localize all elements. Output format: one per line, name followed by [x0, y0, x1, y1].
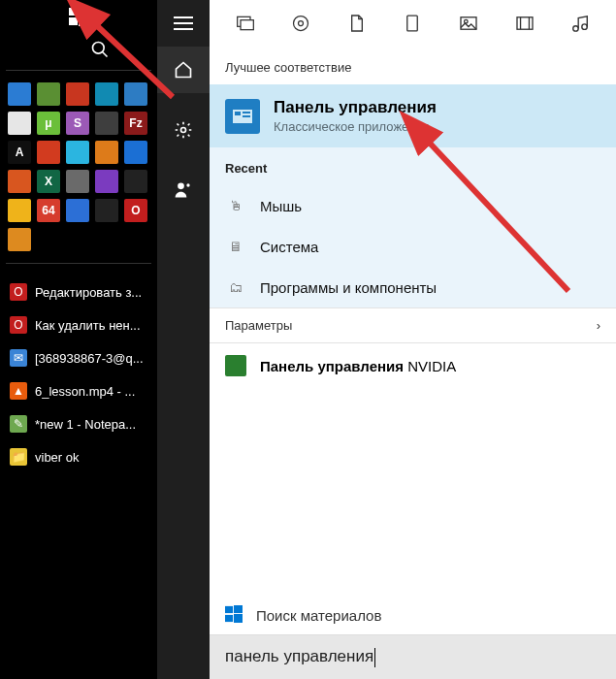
taskbar-tile[interactable]: S — [66, 112, 89, 135]
recent-item-label: Мышь — [260, 198, 302, 214]
taskbar-window-item[interactable]: OРедактировать з... — [6, 277, 151, 307]
svg-point-22 — [573, 26, 578, 31]
recent-item-icon: 🗂 — [225, 276, 246, 298]
taskbar-tile[interactable] — [8, 82, 31, 106]
nvidia-result[interactable]: Панель управления NVIDIA — [210, 343, 616, 388]
taskbar-tile[interactable] — [124, 170, 147, 193]
taskbar-window-item[interactable]: 📁viber ok — [6, 442, 151, 471]
recent-item-icon: 🖥 — [225, 236, 246, 257]
settings-nav-button[interactable] — [157, 107, 210, 153]
filter-videos-icon[interactable] — [511, 10, 538, 37]
taskbar-tile[interactable]: μ — [37, 112, 60, 135]
control-panel-icon — [225, 99, 260, 134]
svg-rect-28 — [243, 115, 250, 117]
filter-settings-icon[interactable] — [287, 10, 314, 37]
recent-item-label: Система — [260, 239, 318, 255]
filter-folders-icon[interactable] — [399, 10, 426, 37]
filter-photos-icon[interactable] — [455, 10, 482, 37]
svg-point-23 — [582, 24, 587, 29]
taskbar-tile[interactable] — [8, 199, 31, 222]
taskbar-tile[interactable]: Fz — [124, 112, 147, 135]
best-match-header: Лучшее соответствие — [210, 47, 616, 84]
filter-bar — [210, 0, 616, 47]
taskbar-tile[interactable] — [8, 228, 31, 251]
taskbar-window-label: 6_lesson.mp4 - ... — [35, 384, 135, 399]
taskbar-tile[interactable] — [95, 112, 118, 135]
svg-point-14 — [299, 21, 304, 26]
taskbar-tile[interactable] — [95, 82, 118, 106]
taskbar-window-item[interactable]: OКак удалить нен... — [6, 310, 151, 340]
taskbar-tile[interactable]: 64 — [37, 199, 60, 222]
recent-item-icon: 🖱 — [225, 195, 246, 216]
taskbar-tile[interactable] — [8, 112, 31, 135]
search-nav-rail — [157, 0, 210, 679]
chevron-right-icon: › — [597, 318, 600, 333]
taskbar-tile[interactable]: X — [37, 170, 60, 193]
svg-rect-3 — [79, 16, 88, 26]
svg-rect-31 — [225, 615, 233, 622]
search-task-icon[interactable] — [87, 37, 113, 62]
app-icon: ▲ — [10, 382, 27, 400]
recent-list: Recent 🖱Мышь🖥Система🗂Программы и компоне… — [210, 147, 616, 307]
svg-rect-1 — [79, 7, 88, 16]
taskbar-tile[interactable] — [95, 199, 118, 222]
hamburger-button[interactable] — [157, 0, 210, 47]
taskbar-tile[interactable] — [66, 141, 89, 164]
search-panel: Лучшее соответствие Панель управления Кл… — [210, 0, 616, 679]
taskbar-tile[interactable] — [124, 82, 147, 106]
taskbar: μSFzAX64O OРедактировать з...OКак удалит… — [0, 0, 157, 679]
recent-header: Recent — [210, 147, 616, 185]
taskbar-window-item[interactable]: ▲6_lesson.mp4 - ... — [6, 376, 151, 405]
taskbar-pinned-grid: μSFzAX64O — [6, 79, 151, 255]
svg-point-10 — [178, 183, 184, 190]
recent-item-label: Программы и компоненты — [260, 279, 437, 296]
recent-item[interactable]: 🗂Программы и компоненты — [210, 267, 616, 307]
svg-rect-0 — [69, 8, 78, 16]
taskbar-tile[interactable] — [95, 170, 118, 193]
taskbar-window-label: Редактировать з... — [35, 285, 142, 300]
taskbar-window-item[interactable]: ✉[368938867-3@q... — [6, 343, 151, 372]
parameters-row[interactable]: Параметры › — [210, 307, 616, 343]
search-input[interactable]: панель управления — [210, 634, 616, 679]
filter-documents-icon[interactable] — [343, 10, 371, 37]
app-icon: 📁 — [10, 448, 27, 466]
svg-rect-27 — [243, 112, 250, 113]
app-icon: O — [10, 316, 27, 334]
recent-item[interactable]: 🖥Система — [210, 226, 616, 267]
app-icon: ✉ — [10, 349, 27, 367]
app-icon: ✎ — [10, 415, 27, 433]
taskbar-tile[interactable]: A — [8, 141, 31, 164]
best-match-result[interactable]: Панель управления Классическое приложени… — [210, 84, 616, 147]
taskbar-tile[interactable] — [66, 82, 89, 106]
svg-rect-29 — [225, 606, 233, 613]
svg-rect-30 — [234, 605, 243, 613]
svg-point-11 — [186, 183, 189, 186]
taskbar-window-label: *new 1 - Notepa... — [35, 417, 136, 432]
my-stuff-row[interactable]: Поиск материалов — [210, 596, 616, 634]
recent-item[interactable]: 🖱Мышь — [210, 185, 616, 226]
taskbar-window-label: viber ok — [35, 450, 80, 465]
taskbar-tile[interactable] — [8, 170, 31, 193]
windows-icon — [225, 605, 244, 625]
home-button[interactable] — [157, 47, 210, 93]
svg-line-5 — [103, 52, 108, 57]
svg-point-4 — [93, 43, 105, 54]
svg-point-9 — [181, 128, 186, 133]
filter-music-icon[interactable] — [567, 10, 594, 37]
filter-apps-icon[interactable] — [232, 10, 259, 37]
taskbar-tile[interactable] — [37, 141, 60, 164]
best-match-title: Панель управления — [274, 98, 437, 117]
app-icon: O — [10, 283, 27, 301]
feedback-button[interactable] — [157, 167, 210, 213]
taskbar-window-item[interactable]: ✎*new 1 - Notepa... — [6, 409, 151, 438]
svg-rect-19 — [517, 17, 533, 29]
taskbar-tile[interactable] — [95, 141, 118, 164]
taskbar-tile[interactable] — [66, 199, 89, 222]
taskbar-tile[interactable] — [124, 141, 147, 164]
taskbar-tile[interactable] — [37, 82, 60, 106]
taskbar-tile[interactable] — [66, 170, 89, 193]
svg-rect-26 — [235, 112, 241, 115]
taskbar-tile[interactable]: O — [124, 199, 147, 222]
start-button[interactable] — [66, 4, 91, 29]
parameters-label: Параметры — [225, 318, 292, 333]
